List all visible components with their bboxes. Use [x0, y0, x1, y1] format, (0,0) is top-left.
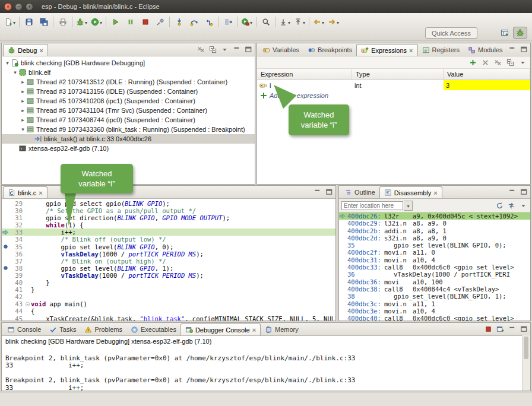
print-button[interactable] — [55, 15, 70, 29]
tab-modules[interactable]: Modules — [464, 44, 507, 56]
tab-variables[interactable]: Variables — [258, 44, 303, 56]
suspend-button[interactable] — [123, 15, 138, 29]
maximize-button[interactable] — [243, 45, 253, 54]
code-line[interactable]: 42 — [2, 293, 335, 300]
expand-arrow-icon[interactable]: ▸ — [20, 98, 26, 104]
code-line[interactable]: 43void app_main() — [2, 300, 335, 307]
disassembly-row[interactable]: 38gpio_set_level(BLINK_GPIO, 1); — [339, 293, 530, 300]
remove-expression-button[interactable] — [480, 58, 490, 67]
debug-tree-row[interactable]: ▸Thread #3 1073413156 (IDLE) (Suspended … — [2, 87, 255, 96]
new-wizard-button[interactable]: ▾ — [2, 15, 17, 29]
resume-button[interactable] — [108, 15, 123, 29]
collapse-all-button[interactable] — [505, 58, 515, 67]
debug-tree-row[interactable]: ▸Thread #2 1073413512 (IDLE : Running) (… — [2, 77, 255, 87]
location-input[interactable] — [341, 201, 403, 210]
tab-debugger-console[interactable]: Debugger Console× — [180, 323, 261, 335]
code-line[interactable]: 45 xTaskCreate(&blink_task, "blink_task"… — [2, 315, 335, 322]
debug-tree-row[interactable]: blink_task() at blink.c:33 0x400dbc26 — [2, 134, 255, 144]
collapse-arrow-icon[interactable]: ▾ — [20, 126, 26, 132]
code-line[interactable]: 37 /* Blink on (output high) */ — [2, 258, 335, 265]
disassembly-listing[interactable]: 400dbc26:l32ra9, 0x400d045c < stext+1092… — [339, 212, 530, 321]
debug-button[interactable]: ▾ — [74, 15, 89, 29]
debug-perspective-button[interactable] — [513, 27, 527, 39]
tab-debug[interactable]: Debug× — [3, 44, 48, 56]
disassembly-row[interactable]: 400dbc2f:movi.na11, 0 — [339, 249, 530, 256]
search-button[interactable] — [258, 15, 273, 29]
disassembly-row[interactable]: 400dbc33:call80x400dc6c0 <gpio_set_level… — [339, 264, 530, 271]
code-line[interactable]: 44{ — [2, 307, 335, 315]
column-header-type[interactable]: Type — [352, 69, 444, 80]
step-over-button[interactable] — [186, 15, 201, 29]
console-scrollbar[interactable] — [522, 335, 530, 391]
disassembly-row[interactable]: 400dbc40:call80x400dc6c0 <gpio_set_level… — [339, 315, 530, 321]
code-line[interactable]: 32 while(1) { — [2, 221, 335, 229]
disassembly-row[interactable]: 400dbc31:movi.na10, 4 — [339, 256, 530, 264]
tab-outline[interactable]: Outline — [340, 186, 379, 198]
location-dropdown-button[interactable]: ▾ — [404, 201, 413, 211]
column-header-value[interactable]: Value — [444, 69, 530, 80]
code-line[interactable]: 30 /* Set the GPIO as a push/pull output… — [2, 207, 335, 214]
scrollbar-thumb[interactable] — [524, 337, 528, 359]
code-line[interactable]: 29 gpio_pad_select_gpio(BLINK_GPIO); — [2, 200, 335, 207]
terminate-button[interactable] — [483, 324, 493, 334]
disassembly-row[interactable]: 400dbc2b:addi.na8, a8, 1 — [339, 227, 530, 234]
tab-console[interactable]: Console — [3, 323, 45, 335]
code-line[interactable]: 31 gpio_set_direction(BLINK_GPIO, GPIO_M… — [2, 214, 335, 221]
maximize-button[interactable] — [324, 187, 334, 196]
view-menu-button[interactable] — [220, 45, 229, 54]
tab-executables[interactable]: Executables — [126, 323, 180, 335]
tab-breakpoints[interactable]: Breakpoints — [303, 44, 356, 56]
step-return-button[interactable] — [201, 15, 216, 29]
external-tools-button[interactable]: ▾ — [239, 15, 254, 29]
disassembly-row[interactable]: 400dbc3e:movi.na10, 4 — [339, 307, 530, 315]
code-line[interactable]: 40 } — [2, 279, 335, 286]
maximize-button[interactable] — [519, 324, 528, 334]
close-icon[interactable]: × — [433, 189, 437, 196]
collapse-all-button[interactable] — [208, 45, 217, 54]
source-editor[interactable]: 29 gpio_pad_select_gpio(BLINK_GPIO);30 /… — [2, 199, 335, 321]
disassembly-row[interactable]: 400dbc29:l32i.na8, a9, 0 — [339, 220, 530, 227]
collapse-arrow-icon[interactable]: ▾ — [4, 60, 11, 66]
debug-tree-row[interactable]: ▸Thread #5 1073410208 (ipc1) (Suspended … — [2, 96, 255, 106]
quick-access-button[interactable]: Quick Access — [425, 27, 477, 39]
terminate-button[interactable] — [138, 15, 153, 29]
tab-memory[interactable]: Memory — [261, 323, 303, 335]
open-console-button[interactable] — [495, 324, 505, 334]
tab-tasks[interactable]: Tasks — [45, 323, 80, 335]
expand-arrow-icon[interactable]: ▸ — [20, 117, 26, 123]
code-line[interactable]: 33 i++; — [2, 229, 335, 236]
disassembly-row[interactable]: 35gpio_set_level(BLINK_GPIO, 0); — [339, 242, 530, 249]
minimize-button[interactable] — [232, 45, 241, 54]
expression-row[interactable]: iint3 — [257, 80, 530, 90]
add-expression-button[interactable] — [468, 58, 477, 67]
link-with-view-button[interactable] — [506, 201, 516, 210]
code-line[interactable]: 36 vTaskDelay(1000 / portTICK_PERIOD_MS)… — [2, 250, 335, 258]
tab-expressions[interactable]: Expressions× — [356, 44, 417, 56]
tab-blink-c[interactable]: blink.c× — [3, 186, 48, 198]
window-minimize-button[interactable] — [15, 3, 23, 11]
run-button[interactable]: ▾ — [89, 15, 104, 29]
window-maximize-button[interactable] — [26, 3, 33, 11]
close-icon[interactable]: × — [39, 189, 42, 196]
back-button[interactable]: ▾ — [311, 15, 326, 29]
close-icon[interactable]: × — [409, 47, 413, 54]
close-icon[interactable]: × — [252, 326, 256, 334]
next-annotation-button[interactable]: ▾ — [277, 15, 292, 29]
prev-annotation-button[interactable]: ▾ — [292, 15, 307, 29]
disassembly-row[interactable]: 36vTaskDelay(1000 / portTICK_PERI — [339, 271, 530, 278]
disassembly-row[interactable]: 400dbc26:l32ra9, 0x400d045c < stext+1092… — [339, 212, 530, 220]
tab-disassembly[interactable]: Disassembly× — [379, 186, 442, 198]
debug-tree-row[interactable]: ▾blink checking [GDB Hardware Debugging] — [2, 58, 255, 68]
maximize-button[interactable] — [519, 187, 528, 196]
save-all-button[interactable] — [36, 15, 51, 29]
tab-problems[interactable]: Problems — [80, 323, 126, 335]
view-menu-button[interactable] — [518, 58, 527, 67]
code-line[interactable]: 39 vTaskDelay(1000 / portTICK_PERIOD_MS)… — [2, 272, 335, 279]
disassembly-row[interactable]: 400dbc2d:s32i.na8, a9, 0 — [339, 234, 530, 242]
disassembly-row[interactable]: 400dbc3c:movi.na11, 1 — [339, 300, 530, 307]
minimize-button[interactable] — [507, 324, 517, 334]
refresh-button[interactable] — [495, 201, 504, 210]
forward-button[interactable]: ▾ — [326, 15, 341, 29]
code-line[interactable]: 38 gpio_set_level(BLINK_GPIO, 1); — [2, 265, 335, 272]
disassembly-row[interactable]: 400dbc38:call80x400844c4 <vTaskDelay> — [339, 286, 530, 293]
